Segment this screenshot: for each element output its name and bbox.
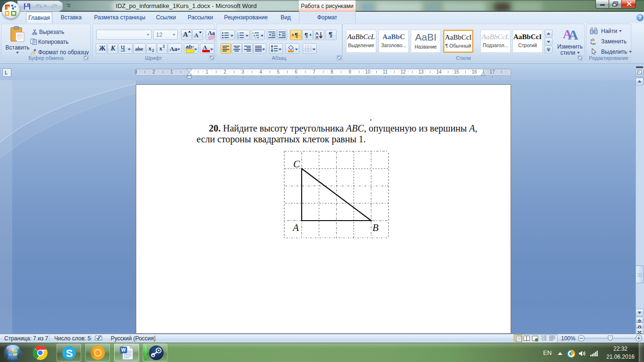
svg-text:C: C [293,158,300,170]
svg-text:¶: ¶ [305,32,308,39]
svg-text:3: 3 [237,36,239,39]
svg-text:ac: ac [592,41,596,45]
svg-text:B: B [372,222,379,233]
svg-text:¶: ¶ [295,32,298,39]
svg-text:A: A [568,27,578,41]
svg-text:S: S [66,347,73,359]
svg-text:A: A [292,222,299,233]
svg-text:i: i [255,36,256,39]
svg-text:W: W [121,347,126,353]
svg-text:Я: Я [315,35,318,40]
